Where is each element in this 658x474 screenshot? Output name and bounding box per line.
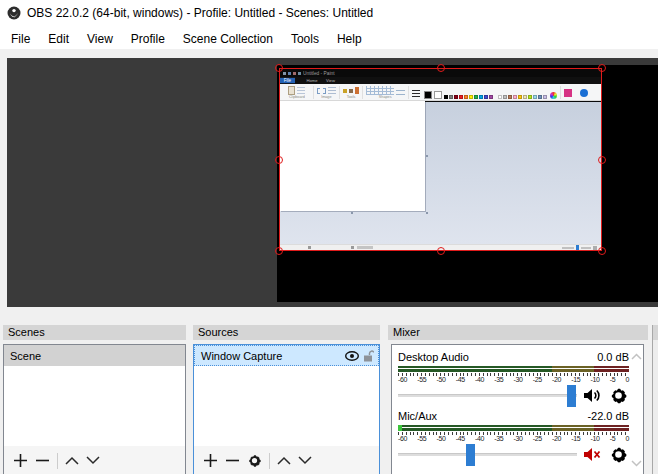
- mixer-scrollbar[interactable]: [629, 345, 643, 474]
- resize-handle-bottom-center[interactable]: [437, 247, 445, 255]
- palette-swatch[interactable]: [518, 95, 522, 99]
- palette-swatch[interactable]: [469, 95, 473, 99]
- preview-area[interactable]: Untitled - Paint File Home View Clipboar…: [7, 58, 658, 307]
- zoom-slider-handle[interactable]: [576, 245, 579, 250]
- add-scene-button[interactable]: [13, 453, 28, 468]
- channel-settings-gear-icon[interactable]: [609, 386, 628, 405]
- palette-swatch[interactable]: [489, 95, 493, 99]
- palette-swatch[interactable]: [533, 95, 537, 99]
- fill-icon[interactable]: [349, 89, 353, 93]
- palette-swatch[interactable]: [508, 95, 512, 99]
- palette-swatch[interactable]: [538, 95, 542, 99]
- palette-swatch[interactable]: [513, 95, 517, 99]
- scene-list-item[interactable]: Scene: [4, 345, 185, 366]
- resize-handle-bottom-left[interactable]: [275, 247, 283, 255]
- remove-scene-button[interactable]: [35, 453, 50, 468]
- crop-resize-icons[interactable]: [328, 87, 336, 94]
- canvas-size-icon: [351, 246, 354, 249]
- scroll-down-icon[interactable]: [631, 460, 642, 467]
- scroll-up-icon[interactable]: [631, 353, 642, 360]
- cut-copy-icons[interactable]: [297, 87, 305, 94]
- palette-swatch[interactable]: [528, 95, 532, 99]
- move-scene-down-button[interactable]: [86, 456, 100, 465]
- shapes-grid-icon[interactable]: [366, 86, 394, 95]
- palette-swatch[interactable]: [543, 95, 547, 99]
- window-capture-preview[interactable]: Untitled - Paint File Home View Clipboar…: [279, 68, 602, 251]
- volume-slider-handle[interactable]: [567, 385, 576, 407]
- unlock-icon[interactable]: [363, 350, 374, 362]
- edit-with-paint3d-icon[interactable]: [564, 89, 572, 97]
- edit-colors-icon[interactable]: [550, 92, 557, 99]
- canvas-resize-grip[interactable]: [426, 212, 428, 214]
- canvas-resize-grip[interactable]: [426, 155, 428, 157]
- move-source-down-button[interactable]: [298, 456, 312, 465]
- paint-canvas-area: [280, 102, 601, 244]
- brush-icon[interactable]: [355, 87, 359, 94]
- palette-swatch[interactable]: [449, 95, 453, 99]
- scenes-list[interactable]: Scene: [3, 344, 186, 474]
- mixer-channel-mic-aux: Mic/Aux -22.0 dB -60-55-50-45-40-35-30-2…: [398, 410, 629, 466]
- move-source-up-button[interactable]: [277, 456, 291, 465]
- outline-fill-icons[interactable]: [396, 87, 405, 95]
- paste-icon[interactable]: [288, 86, 295, 95]
- color2-swatch[interactable]: [434, 91, 442, 99]
- mixer-panel[interactable]: Desktop Audio 0.0 dB -60-55-50-45-40-35-…: [391, 344, 644, 474]
- resize-handle-top-left[interactable]: [275, 64, 283, 72]
- resize-handle-top-center[interactable]: [437, 64, 445, 72]
- palette-swatch[interactable]: [479, 95, 483, 99]
- resize-handle-middle-left[interactable]: [275, 156, 283, 164]
- palette-swatch[interactable]: [503, 95, 507, 99]
- open-paint3d-icon[interactable]: [580, 89, 588, 97]
- menu-item[interactable]: View: [78, 29, 122, 49]
- canvas-resize-grip[interactable]: [351, 212, 353, 214]
- palette-swatch[interactable]: [523, 95, 527, 99]
- paint-view-tab[interactable]: View: [326, 78, 335, 82]
- add-source-button[interactable]: [203, 453, 218, 468]
- resize-handle-top-right[interactable]: [598, 64, 606, 72]
- menu-item[interactable]: Help: [328, 29, 371, 49]
- volume-slider[interactable]: [398, 394, 577, 397]
- paint-home-tab[interactable]: Home: [306, 78, 317, 82]
- zoom-in-icon[interactable]: [593, 246, 597, 250]
- zoom-control[interactable]: [562, 245, 597, 250]
- channel-settings-gear-icon[interactable]: [609, 445, 628, 464]
- volume-slider[interactable]: [398, 453, 577, 456]
- palette-swatch[interactable]: [464, 95, 468, 99]
- color1-swatch[interactable]: [424, 91, 432, 99]
- sources-list[interactable]: Window Capture: [193, 344, 380, 474]
- status-text-blur: [357, 246, 373, 249]
- menu-item[interactable]: Profile: [122, 29, 174, 49]
- palette-swatch[interactable]: [484, 95, 488, 99]
- paint-file-tab[interactable]: File: [280, 78, 295, 83]
- palette-swatch[interactable]: [444, 95, 448, 99]
- paint-ribbon: Clipboard Image T: [280, 84, 601, 101]
- palette-swatch[interactable]: [454, 95, 458, 99]
- speaker-unmuted-icon[interactable]: [583, 387, 602, 404]
- mixer-panel-header[interactable]: Mixer: [388, 325, 648, 340]
- select-icon[interactable]: [317, 88, 326, 94]
- scenes-panel-header[interactable]: Scenes: [3, 325, 186, 340]
- volume-slider-handle[interactable]: [466, 444, 475, 466]
- resize-handle-bottom-right[interactable]: [598, 247, 606, 255]
- paint-colors-group: Colors: [422, 85, 559, 100]
- meter-tick-label: -30: [514, 376, 523, 383]
- menu-item[interactable]: Edit: [39, 29, 78, 49]
- resize-handle-middle-right[interactable]: [598, 156, 606, 164]
- paint-tools-group: Tools: [341, 85, 361, 100]
- palette-swatch[interactable]: [498, 95, 502, 99]
- source-list-item[interactable]: Window Capture: [194, 345, 379, 366]
- menu-item[interactable]: File: [2, 29, 39, 49]
- menu-item[interactable]: Scene Collection: [174, 29, 282, 49]
- source-properties-gear-button[interactable]: [247, 453, 262, 468]
- video-canvas[interactable]: Untitled - Paint File Home View Clipboar…: [277, 65, 658, 302]
- sources-panel-header[interactable]: Sources: [193, 325, 380, 340]
- speaker-muted-icon[interactable]: [583, 446, 602, 463]
- visibility-eye-icon[interactable]: [345, 351, 359, 361]
- move-scene-up-button[interactable]: [65, 456, 79, 465]
- palette-swatch[interactable]: [459, 95, 463, 99]
- palette-swatch[interactable]: [474, 95, 478, 99]
- size-icon[interactable]: [412, 89, 420, 97]
- remove-source-button[interactable]: [225, 453, 240, 468]
- pencil-icon[interactable]: [343, 89, 347, 93]
- menu-item[interactable]: Tools: [282, 29, 328, 49]
